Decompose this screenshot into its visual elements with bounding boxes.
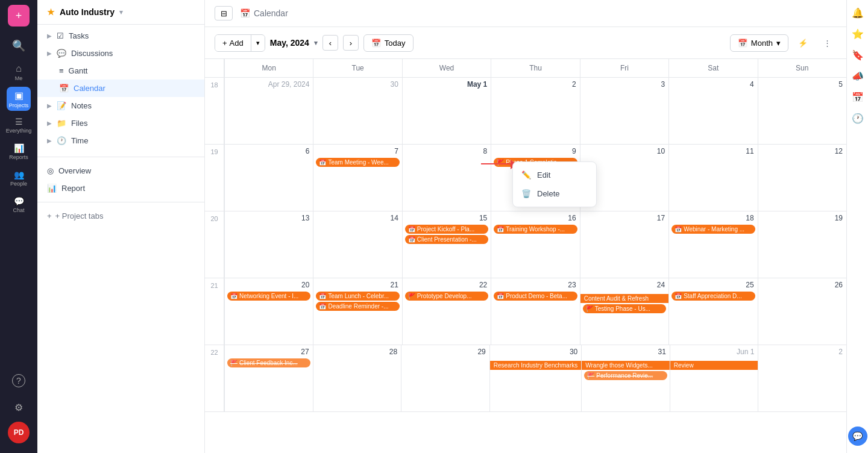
day-may29[interactable]: 29 xyxy=(401,345,489,411)
help-button[interactable]: ? xyxy=(7,369,31,393)
today-button[interactable]: 📅 Today xyxy=(363,34,414,52)
sidebar-item-files[interactable]: ▶ 📁 Files xyxy=(37,114,204,132)
prev-month-button[interactable]: ‹ xyxy=(322,35,338,51)
event-research[interactable]: Research Industry Benchmarks xyxy=(490,361,582,370)
add-button-group[interactable]: + Add ▾ xyxy=(215,34,265,52)
day-number: 3 xyxy=(583,80,666,89)
day-may14[interactable]: 14 xyxy=(313,211,401,278)
event-training-workshop[interactable]: 📅 Training Workshop -... xyxy=(494,225,577,234)
sidebar-item-gantt[interactable]: ≡ Gantt xyxy=(37,62,204,80)
clock-icon[interactable]: 🕐 xyxy=(852,113,864,124)
day-may24[interactable]: 24 Content Audit & Refresh 🚩 Testing Pha… xyxy=(580,278,668,345)
event-review[interactable]: Review xyxy=(670,361,758,370)
event-client-presentation[interactable]: 📅 Client Presentation -... xyxy=(405,235,488,244)
user-avatar[interactable]: PD xyxy=(8,422,30,443)
week-num-18: 18 xyxy=(205,78,224,144)
more-options-button[interactable]: ⋮ xyxy=(817,33,837,52)
day-may12[interactable]: 12 xyxy=(758,145,846,211)
day-may15[interactable]: 15 📅 Project Kickoff - Pla... 📅 Client P… xyxy=(402,211,491,278)
context-menu-delete[interactable]: 🗑️ Delete xyxy=(513,184,596,203)
view-selector[interactable]: 📅 Month ▾ xyxy=(730,34,788,52)
event-testing[interactable]: 🚩 Testing Phase - Us... xyxy=(583,304,666,313)
event-deadline[interactable]: 📅 Deadline Reminder -... xyxy=(316,302,399,311)
sidebar-item-discussions[interactable]: ▶ 💬 Discussions xyxy=(37,45,204,62)
home-button[interactable]: ⌂ Me xyxy=(7,60,31,84)
day-number: 19 xyxy=(761,214,844,222)
event-project-kickoff[interactable]: 📅 Project Kickoff - Pla... xyxy=(405,225,488,234)
day-may19[interactable]: 19 xyxy=(758,211,846,278)
day-may18[interactable]: 18 📅 Webinar - Marketing ... xyxy=(668,211,757,278)
megaphone-icon[interactable]: 📣 xyxy=(852,70,864,82)
day-may17[interactable]: 17 xyxy=(580,211,668,278)
day-may5[interactable]: 5 xyxy=(758,78,846,144)
add-project-tabs[interactable]: + + Project tabs xyxy=(37,207,204,225)
overview-icon: ◎ xyxy=(47,166,54,175)
day-may30[interactable]: 30 Research Industry Benchmarks xyxy=(489,345,582,411)
event-prototype[interactable]: 🚩 Prototype Develop... xyxy=(405,292,488,301)
event-webinar[interactable]: 📅 Webinar - Marketing ... xyxy=(671,225,755,234)
settings-button[interactable]: ⚙ xyxy=(7,395,31,419)
add-button[interactable]: + xyxy=(8,5,30,27)
everything-button[interactable]: ☰ Everything xyxy=(7,113,31,137)
day-may31[interactable]: 31 Wrangle those Widgets... 🚩 Performanc… xyxy=(581,345,670,411)
event-performance[interactable]: 🚩 Performance Revie... xyxy=(584,371,667,380)
day-may22[interactable]: 22 🚩 Prototype Develop... xyxy=(402,278,491,345)
day-may4[interactable]: 4 xyxy=(668,78,757,144)
sidebar-item-overview[interactable]: ◎ Overview xyxy=(37,162,204,180)
day-apr30[interactable]: 30 xyxy=(313,78,401,144)
search-button[interactable]: 🔍 xyxy=(7,34,31,58)
event-product-demo[interactable]: 📅 Product Demo - Beta... xyxy=(494,292,577,301)
calendar-red-icon[interactable]: 📅 xyxy=(852,92,864,103)
day-may13[interactable]: 13 xyxy=(224,211,313,278)
day-may3[interactable]: 3 xyxy=(580,78,668,144)
add-dropdown-button[interactable]: ▾ xyxy=(251,36,265,51)
day-may16[interactable]: 16 📅 Training Workshop -... xyxy=(491,211,579,278)
sidebar-item-notes[interactable]: ▶ 📝 Notes xyxy=(37,97,204,114)
day-may7[interactable]: 7 📅 Team Meeting - Wee... xyxy=(313,145,401,211)
add-main-button[interactable]: + Add xyxy=(215,35,251,51)
everything-icon: ☰ xyxy=(15,117,23,127)
notification-icon[interactable]: 🔔 xyxy=(852,7,864,19)
event-team-meeting[interactable]: 📅 Team Meeting - Wee... xyxy=(316,158,399,167)
day-jun2[interactable]: 2 xyxy=(758,345,846,411)
toggle-sidebar-button[interactable]: ⊟ xyxy=(215,6,233,20)
event-staff-appreciation[interactable]: 📅 Staff Appreciation D... xyxy=(671,292,755,301)
day-jun1[interactable]: Jun 1 Review xyxy=(670,345,758,411)
day-apr29[interactable]: Apr 29, 2024 xyxy=(224,78,313,144)
day-may26[interactable]: 26 xyxy=(758,278,846,345)
event-networking[interactable]: 📅 Networking Event - I... xyxy=(227,292,310,301)
day-may21[interactable]: 21 📅 Team Lunch - Celebr... 📅 Deadline R… xyxy=(313,278,401,345)
day-number: 13 xyxy=(227,214,310,222)
day-may28[interactable]: 28 xyxy=(313,345,401,411)
sidebar-item-calendar[interactable]: 📅 Calendar xyxy=(37,80,204,97)
bookmark-icon[interactable]: 🔖 xyxy=(852,49,864,61)
people-button[interactable]: 👥 People xyxy=(7,166,31,190)
chat-button[interactable]: 💬 Chat xyxy=(7,193,31,217)
day-may23[interactable]: 23 📅 Product Demo - Beta... xyxy=(491,278,579,345)
day-may2[interactable]: 2 xyxy=(491,78,579,144)
day-may11[interactable]: 11 xyxy=(668,145,757,211)
flag-icon: 🚩 xyxy=(230,360,237,366)
day-may20[interactable]: 20 📅 Networking Event - I... xyxy=(224,278,313,345)
sidebar-item-report[interactable]: 📊 Report xyxy=(37,180,204,197)
day-may1[interactable]: May 1 xyxy=(402,78,491,144)
chat-bubble-button[interactable]: 💬 xyxy=(848,426,867,446)
day-number: 24 xyxy=(583,281,666,289)
event-team-lunch[interactable]: 📅 Team Lunch - Celebr... xyxy=(316,292,399,301)
day-may8[interactable]: 8 xyxy=(402,145,491,211)
event-content-audit[interactable]: Content Audit & Refresh xyxy=(580,294,668,303)
day-may27[interactable]: 27 🚩 Client Feedback Inc... xyxy=(224,345,313,411)
day-may25[interactable]: 25 📅 Staff Appreciation D... xyxy=(668,278,757,345)
star-icon[interactable]: ⭐ xyxy=(852,28,864,40)
reports-button[interactable]: 📊 Reports xyxy=(7,140,31,164)
chevron-down-icon: ▾ xyxy=(119,8,123,16)
event-wrangle[interactable]: Wrangle those Widgets... xyxy=(582,361,670,370)
day-may6[interactable]: 6 xyxy=(224,145,313,211)
filter-button[interactable]: ⚡ xyxy=(793,33,813,52)
context-menu-edit[interactable]: ✏️ Edit xyxy=(513,166,596,184)
next-month-button[interactable]: › xyxy=(343,35,359,51)
event-client-feedback[interactable]: 🚩 Client Feedback Inc... xyxy=(227,358,310,367)
sidebar-item-tasks[interactable]: ▶ ☑ Tasks xyxy=(37,27,204,45)
sidebar-item-time[interactable]: ▶ 🕐 Time xyxy=(37,132,204,149)
projects-button[interactable]: ▣ Projects xyxy=(7,87,31,111)
